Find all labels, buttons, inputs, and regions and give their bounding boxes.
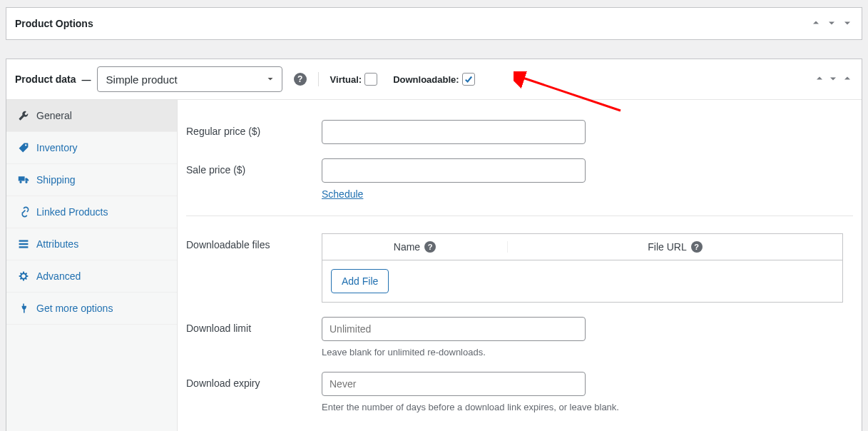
add-file-button[interactable]: Add File	[331, 269, 389, 293]
regular-price-label: Regular price ($)	[186, 120, 322, 137]
svg-rect-0	[19, 240, 29, 241]
tab-inventory[interactable]: Inventory	[6, 132, 177, 164]
download-limit-label: Download limit	[186, 317, 322, 334]
help-icon[interactable]: ?	[424, 241, 436, 253]
tab-shipping-label: Shipping	[36, 174, 76, 186]
truck-icon	[18, 174, 29, 186]
tab-shipping[interactable]: Shipping	[6, 164, 177, 196]
vertical-separator	[318, 72, 319, 86]
column-name-header: Name	[394, 241, 420, 253]
plug-icon	[18, 303, 29, 314]
panel-toggle-icon[interactable]	[842, 76, 853, 86]
tab-general[interactable]: General	[6, 100, 177, 132]
product-data-panel: Product data — Simple product ? Virtual:…	[6, 59, 862, 431]
column-file-url-header: File URL	[648, 241, 686, 253]
product-data-title: Product data	[15, 73, 76, 85]
separator-dash: —	[82, 74, 91, 85]
product-type-select[interactable]: Simple product	[97, 66, 282, 92]
panel-move-up-icon[interactable]	[814, 76, 825, 86]
virtual-checkbox[interactable]	[364, 73, 377, 86]
sale-price-label: Sale price ($)	[186, 158, 322, 176]
help-icon[interactable]: ?	[691, 241, 703, 253]
tag-icon	[18, 142, 29, 153]
download-limit-help: Leave blank for unlimited re-downloads.	[322, 347, 853, 358]
tab-get-more-options[interactable]: Get more options	[6, 293, 177, 325]
tab-general-label: General	[36, 110, 72, 121]
wrench-icon	[18, 110, 29, 121]
help-icon[interactable]: ?	[294, 73, 307, 86]
download-limit-input[interactable]	[322, 317, 586, 341]
gear-icon	[18, 270, 29, 282]
tab-advanced-label: Advanced	[36, 270, 81, 282]
panel-move-up-icon[interactable]	[810, 17, 822, 31]
downloadable-label: Downloadable:	[393, 74, 459, 85]
tab-linked-label: Linked Products	[36, 206, 108, 218]
download-expiry-help: Enter the number of days before a downlo…	[322, 402, 853, 412]
downloadable-files-label: Downloadable files	[186, 233, 322, 250]
tab-attributes-label: Attributes	[36, 238, 78, 250]
download-expiry-input[interactable]	[322, 372, 586, 396]
regular-price-input[interactable]	[322, 120, 586, 144]
download-expiry-label: Download expiry	[186, 372, 322, 389]
tab-advanced[interactable]: Advanced	[6, 260, 177, 293]
list-icon	[18, 238, 29, 250]
tab-linked-products[interactable]: Linked Products	[6, 196, 177, 228]
schedule-link[interactable]: Schedule	[322, 188, 363, 200]
product-data-tabs: General Inventory Shipping Linked Produc…	[6, 100, 178, 431]
tab-attributes[interactable]: Attributes	[6, 228, 177, 260]
product-options-panel: Product Options	[6, 7, 862, 40]
tab-get-more-label: Get more options	[36, 303, 113, 314]
general-tab-content: Regular price ($) Sale price ($) Schedul…	[178, 100, 862, 431]
svg-rect-2	[19, 246, 29, 248]
panel-move-down-icon[interactable]	[827, 76, 839, 86]
checkmark-icon	[464, 74, 474, 84]
sale-price-input[interactable]	[322, 158, 586, 183]
tab-inventory-label: Inventory	[36, 142, 78, 153]
panel-toggle-icon[interactable]	[842, 17, 853, 31]
product-type-select-wrap: Simple product	[97, 66, 282, 92]
downloadable-checkbox[interactable]	[462, 73, 475, 86]
downloadable-files-table: Name ? File URL ? Add File	[322, 233, 843, 303]
virtual-label: Virtual:	[330, 74, 362, 85]
link-icon	[18, 206, 29, 218]
product-options-title: Product Options	[15, 18, 93, 29]
panel-move-down-icon[interactable]	[826, 17, 837, 31]
svg-rect-1	[19, 243, 29, 245]
